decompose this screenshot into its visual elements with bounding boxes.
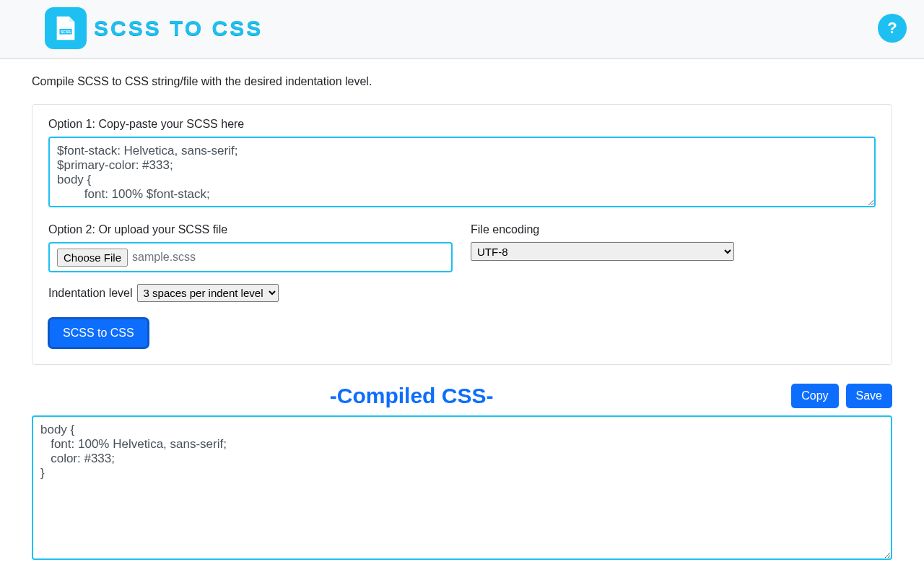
encoding-label: File encoding (471, 223, 876, 236)
indent-label: Indentation level (48, 287, 133, 300)
encoding-select[interactable]: UTF-8 (471, 242, 734, 261)
option2-label: Option 2: Or upload your SCSS file (48, 223, 453, 236)
css-output[interactable] (32, 415, 892, 560)
file-scss-icon: SCSS (45, 7, 87, 49)
file-input[interactable]: Choose File sample.scss (48, 242, 453, 272)
copy-button[interactable]: Copy (791, 384, 838, 408)
choose-file-button[interactable]: Choose File (57, 249, 128, 267)
scss-input[interactable] (48, 137, 876, 207)
svg-text:SCSS: SCSS (61, 30, 71, 34)
indent-select[interactable]: 3 spaces per indent level (137, 284, 279, 302)
logo: SCSS SCSS to CSS (45, 7, 263, 49)
page-description: Compile SCSS to CSS string/file with the… (32, 75, 892, 88)
file-name-label: sample.scss (132, 251, 196, 264)
header-bar: SCSS SCSS to CSS ? (0, 0, 924, 59)
help-button[interactable]: ? (878, 14, 907, 43)
option1-label: Option 1: Copy-paste your SCSS here (48, 118, 876, 131)
save-button[interactable]: Save (846, 384, 892, 408)
app-title: SCSS to CSS (94, 16, 263, 40)
input-panel: Option 1: Copy-paste your SCSS here Opti… (32, 104, 892, 365)
convert-button[interactable]: SCSS to CSS (48, 318, 149, 348)
result-title: -Compiled CSS- (330, 384, 494, 407)
